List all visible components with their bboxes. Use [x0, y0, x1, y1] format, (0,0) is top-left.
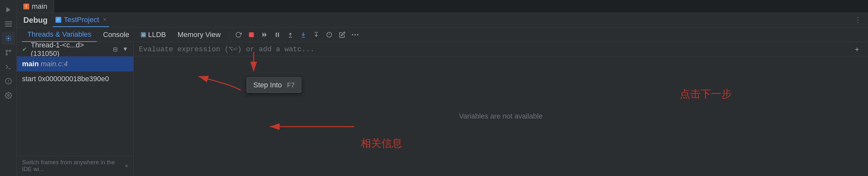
- tab-console[interactable]: Console: [98, 27, 134, 42]
- debug-header-more[interactable]: ⋮: [855, 16, 862, 24]
- toolbar-more-btn[interactable]: [349, 29, 361, 40]
- svg-point-6: [9, 50, 11, 52]
- sidebar-icon-menu[interactable]: [2, 18, 15, 31]
- svg-rect-2: [5, 24, 12, 25]
- variables-empty-message: Variables are not available: [134, 57, 868, 176]
- sidebar-icon-alert[interactable]: [2, 75, 15, 88]
- pause-btn[interactable]: [272, 29, 283, 40]
- edit-btn[interactable]: [336, 29, 348, 40]
- svg-rect-13: [249, 32, 254, 37]
- chevron-icon[interactable]: ▼: [122, 46, 128, 53]
- debug-header: Debug P TestProject × ⋮: [17, 13, 868, 27]
- tab-lldb[interactable]: ◱ LLDB: [135, 27, 171, 42]
- top-tab-bar: ! main: [17, 0, 868, 13]
- thread-filter-row: ✔ Thread-1-<c...d> (131050) ⊟ ▼: [17, 42, 133, 57]
- thread-label: Thread-1-<c...d> (131050): [31, 42, 110, 58]
- main-area: ! main Debug P TestProject × ⋮ Threads &…: [17, 0, 868, 176]
- threads-panel: ✔ Thread-1-<c...d> (131050) ⊟ ▼ main mai…: [17, 42, 134, 176]
- sidebar-icon-debug[interactable]: [2, 32, 15, 45]
- file-tab-icon: !: [23, 4, 29, 9]
- svg-point-4: [7, 37, 9, 39]
- debug-toolbar: Threads & Variables Console ◱ LLDB Memor…: [17, 27, 868, 42]
- file-tab-name: main: [32, 2, 48, 11]
- status-bar-close[interactable]: ×: [125, 163, 128, 170]
- toolbar-separator: [229, 31, 229, 39]
- sidebar-icon-git[interactable]: [2, 46, 15, 59]
- status-bar-text: Switch frames from anywhere in the IDE w…: [22, 159, 122, 173]
- project-tab[interactable]: P TestProject ×: [53, 13, 109, 27]
- sidebar-icon-terminal[interactable]: [2, 60, 15, 74]
- annotation-related-info: 相关信息: [361, 137, 402, 151]
- svg-point-27: [352, 34, 353, 35]
- sidebar: [0, 0, 17, 176]
- step-into-btn[interactable]: [298, 29, 309, 40]
- tooltip-shortcut: F7: [287, 82, 294, 89]
- step-out-btn[interactable]: [284, 29, 296, 40]
- status-bar: Switch frames from anywhere in the IDE w…: [17, 155, 133, 176]
- tooltip-label: Step Into: [253, 81, 282, 89]
- thread-frame-start[interactable]: start 0x000000018be390e0: [17, 71, 133, 86]
- svg-point-5: [6, 50, 7, 52]
- lldb-icon: ◱: [141, 32, 146, 37]
- thread-frame-main[interactable]: main main.c:4: [17, 57, 133, 71]
- file-tab-main[interactable]: ! main: [17, 0, 54, 13]
- svg-marker-15: [265, 32, 267, 37]
- watch-placeholder: Evaluate expression (⌥⏎) or add a watc..…: [139, 45, 848, 54]
- svg-point-12: [7, 94, 9, 96]
- svg-point-28: [354, 34, 356, 35]
- project-tab-close[interactable]: ×: [103, 16, 107, 23]
- svg-point-29: [357, 34, 359, 35]
- annotation-click-next: 点击下一步: [680, 87, 732, 101]
- sidebar-icon-run[interactable]: [2, 3, 15, 16]
- thread-frame-main-label: main: [22, 60, 40, 68]
- filter-icon[interactable]: ⊟: [113, 46, 118, 53]
- svg-point-11: [8, 82, 8, 83]
- svg-marker-14: [262, 32, 265, 37]
- thread-frame-main-sublabel: main.c:4: [40, 60, 67, 68]
- debug-title: Debug: [23, 16, 48, 25]
- panel-area: ✔ Thread-1-<c...d> (131050) ⊟ ▼ main mai…: [17, 42, 868, 176]
- svg-rect-3: [5, 26, 12, 27]
- project-tab-label: TestProject: [64, 16, 99, 24]
- watch-bar: Evaluate expression (⌥⏎) or add a watc..…: [134, 42, 868, 57]
- restart-btn[interactable]: [232, 29, 244, 40]
- force-step-btn[interactable]: [323, 29, 335, 40]
- svg-point-7: [6, 54, 7, 55]
- run-to-cursor-btn[interactable]: [258, 29, 270, 40]
- thread-frame-start-label: start 0x000000018be390e0: [22, 75, 109, 83]
- svg-rect-1: [5, 22, 12, 22]
- watch-add-btn[interactable]: +: [851, 43, 863, 55]
- svg-rect-17: [278, 32, 279, 37]
- svg-marker-0: [6, 7, 10, 13]
- tab-threads-variables[interactable]: Threads & Variables: [22, 27, 97, 42]
- tab-memory-view[interactable]: Memory View: [172, 27, 226, 42]
- variables-panel: Evaluate expression (⌥⏎) or add a watc..…: [134, 42, 868, 176]
- thread-check-icon: ✔: [22, 46, 27, 53]
- stop-btn[interactable]: [246, 29, 257, 40]
- project-tab-icon: P: [56, 17, 61, 23]
- svg-rect-16: [276, 32, 277, 37]
- sidebar-icon-settings[interactable]: [2, 89, 15, 102]
- step-over-btn[interactable]: [310, 29, 322, 40]
- step-into-tooltip: Step Into F7: [247, 77, 301, 93]
